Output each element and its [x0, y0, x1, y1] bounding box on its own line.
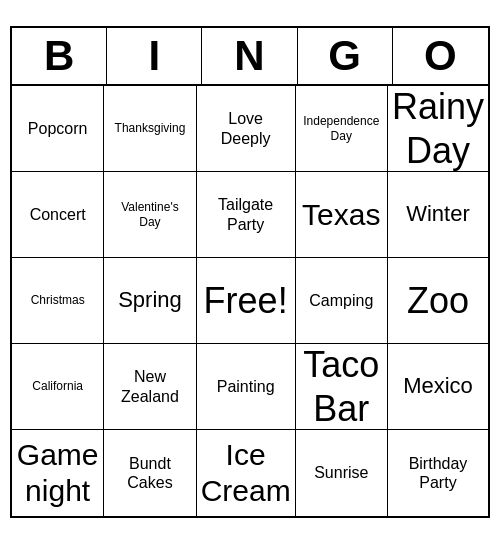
cell-text: Ice Cream — [201, 437, 291, 509]
bingo-cell[interactable]: Bundt Cakes — [104, 430, 196, 516]
cell-text: Popcorn — [28, 119, 88, 138]
cell-text: Christmas — [31, 293, 85, 307]
header-letter: B — [12, 28, 107, 84]
cell-text: Winter — [406, 201, 470, 227]
bingo-cell[interactable]: Christmas — [12, 258, 104, 344]
cell-text: Spring — [118, 287, 182, 313]
cell-text: Valentine's Day — [121, 200, 178, 229]
bingo-cell[interactable]: Texas — [296, 172, 388, 258]
cell-text: Birthday Party — [409, 454, 468, 492]
cell-text: Texas — [302, 197, 380, 233]
cell-text: Concert — [30, 205, 86, 224]
bingo-cell[interactable]: Free! — [197, 258, 296, 344]
bingo-cell[interactable]: Concert — [12, 172, 104, 258]
header-letter: I — [107, 28, 202, 84]
bingo-grid: PopcornThanksgivingLove DeeplyIndependen… — [12, 86, 488, 516]
cell-text: Sunrise — [314, 463, 368, 482]
bingo-cell[interactable]: California — [12, 344, 104, 430]
cell-text: Game night — [17, 437, 99, 509]
bingo-card: BINGO PopcornThanksgivingLove DeeplyInde… — [10, 26, 490, 518]
bingo-cell[interactable]: Tailgate Party — [197, 172, 296, 258]
header-letter: G — [298, 28, 393, 84]
cell-text: Rainy Day — [392, 85, 484, 171]
bingo-cell[interactable]: Valentine's Day — [104, 172, 196, 258]
bingo-cell[interactable]: Independence Day — [296, 86, 388, 172]
header-letter: N — [202, 28, 297, 84]
cell-text: Love Deeply — [221, 109, 271, 147]
cell-text: Bundt Cakes — [127, 454, 172, 492]
cell-text: Independence Day — [303, 114, 379, 143]
bingo-cell[interactable]: Love Deeply — [197, 86, 296, 172]
bingo-cell[interactable]: Sunrise — [296, 430, 388, 516]
bingo-cell[interactable]: Birthday Party — [388, 430, 488, 516]
header-letter: O — [393, 28, 488, 84]
bingo-cell[interactable]: Spring — [104, 258, 196, 344]
bingo-cell[interactable]: Zoo — [388, 258, 488, 344]
bingo-cell[interactable]: New Zealand — [104, 344, 196, 430]
cell-text: New Zealand — [121, 367, 179, 405]
cell-text: Taco Bar — [303, 343, 379, 429]
bingo-cell[interactable]: Popcorn — [12, 86, 104, 172]
cell-text: Painting — [217, 377, 275, 396]
cell-text: Zoo — [407, 279, 469, 322]
bingo-cell[interactable]: Thanksgiving — [104, 86, 196, 172]
cell-text: Thanksgiving — [115, 121, 186, 135]
bingo-header: BINGO — [12, 28, 488, 86]
bingo-cell[interactable]: Rainy Day — [388, 86, 488, 172]
bingo-cell[interactable]: Game night — [12, 430, 104, 516]
cell-text: Free! — [204, 279, 288, 322]
bingo-cell[interactable]: Winter — [388, 172, 488, 258]
bingo-cell[interactable]: Ice Cream — [197, 430, 296, 516]
bingo-cell[interactable]: Taco Bar — [296, 344, 388, 430]
bingo-cell[interactable]: Camping — [296, 258, 388, 344]
bingo-cell[interactable]: Mexico — [388, 344, 488, 430]
cell-text: California — [32, 379, 83, 393]
cell-text: Camping — [309, 291, 373, 310]
cell-text: Tailgate Party — [218, 195, 273, 233]
cell-text: Mexico — [403, 373, 473, 399]
bingo-cell[interactable]: Painting — [197, 344, 296, 430]
